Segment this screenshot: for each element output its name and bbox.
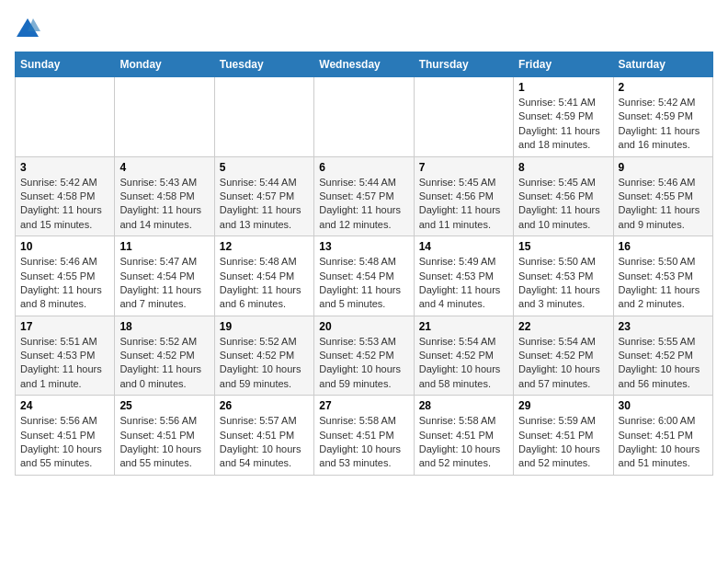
calendar-cell: 12Sunrise: 5:48 AMSunset: 4:54 PMDayligh… <box>214 236 313 316</box>
day-info: Sunrise: 5:45 AMSunset: 4:56 PMDaylight:… <box>518 176 608 233</box>
day-number: 14 <box>419 240 508 253</box>
calendar-cell: 22Sunrise: 5:54 AMSunset: 4:52 PMDayligh… <box>514 316 613 396</box>
day-number: 20 <box>319 320 408 333</box>
day-number: 1 <box>518 81 608 94</box>
day-number: 11 <box>119 240 209 253</box>
logo-icon <box>15 15 40 40</box>
calendar-cell: 24Sunrise: 5:56 AMSunset: 4:51 PMDayligh… <box>16 396 115 476</box>
day-number: 24 <box>20 399 109 412</box>
day-number: 5 <box>220 161 309 174</box>
calendar-cell <box>414 77 513 157</box>
calendar-week-1: 1Sunrise: 5:41 AMSunset: 4:59 PMDaylight… <box>16 77 713 157</box>
day-info: Sunrise: 5:46 AMSunset: 4:55 PMDaylight:… <box>20 255 109 312</box>
day-number: 15 <box>518 240 608 253</box>
day-info: Sunrise: 5:48 AMSunset: 4:54 PMDaylight:… <box>319 255 408 312</box>
day-info: Sunrise: 5:48 AMSunset: 4:54 PMDaylight:… <box>220 255 309 312</box>
calendar-cell <box>314 77 414 157</box>
calendar-cell: 15Sunrise: 5:50 AMSunset: 4:53 PMDayligh… <box>514 236 613 316</box>
day-number: 21 <box>419 320 508 333</box>
calendar-cell: 16Sunrise: 5:50 AMSunset: 4:53 PMDayligh… <box>613 236 712 316</box>
day-info: Sunrise: 5:58 AMSunset: 4:51 PMDaylight:… <box>319 414 408 471</box>
day-info: Sunrise: 5:56 AMSunset: 4:51 PMDaylight:… <box>20 414 109 471</box>
day-number: 6 <box>319 161 408 174</box>
page-header <box>15 15 713 40</box>
calendar-cell: 25Sunrise: 5:56 AMSunset: 4:51 PMDayligh… <box>115 396 214 476</box>
day-info: Sunrise: 5:57 AMSunset: 4:51 PMDaylight:… <box>220 414 309 471</box>
day-info: Sunrise: 5:50 AMSunset: 4:53 PMDaylight:… <box>518 255 608 312</box>
calendar-cell: 30Sunrise: 6:00 AMSunset: 4:51 PMDayligh… <box>613 396 712 476</box>
calendar-cell: 29Sunrise: 5:59 AMSunset: 4:51 PMDayligh… <box>514 396 613 476</box>
day-info: Sunrise: 5:51 AMSunset: 4:53 PMDaylight:… <box>20 335 109 392</box>
day-info: Sunrise: 5:55 AMSunset: 4:52 PMDaylight:… <box>619 335 708 392</box>
calendar-cell: 5Sunrise: 5:44 AMSunset: 4:57 PMDaylight… <box>214 156 313 236</box>
calendar-cell: 19Sunrise: 5:52 AMSunset: 4:52 PMDayligh… <box>214 316 313 396</box>
calendar-table: SundayMondayTuesdayWednesdayThursdayFrid… <box>15 52 713 476</box>
calendar-cell <box>214 77 313 157</box>
day-number: 8 <box>518 161 608 174</box>
calendar-cell: 9Sunrise: 5:46 AMSunset: 4:55 PMDaylight… <box>613 156 712 236</box>
day-info: Sunrise: 5:44 AMSunset: 4:57 PMDaylight:… <box>319 176 408 233</box>
calendar-cell: 26Sunrise: 5:57 AMSunset: 4:51 PMDayligh… <box>214 396 313 476</box>
day-info: Sunrise: 5:59 AMSunset: 4:51 PMDaylight:… <box>518 414 608 471</box>
day-info: Sunrise: 5:45 AMSunset: 4:56 PMDaylight:… <box>419 176 508 233</box>
calendar-week-4: 17Sunrise: 5:51 AMSunset: 4:53 PMDayligh… <box>16 316 713 396</box>
logo <box>15 15 44 40</box>
day-info: Sunrise: 6:00 AMSunset: 4:51 PMDaylight:… <box>619 414 708 471</box>
calendar-week-2: 3Sunrise: 5:42 AMSunset: 4:58 PMDaylight… <box>16 156 713 236</box>
day-info: Sunrise: 5:46 AMSunset: 4:55 PMDaylight:… <box>619 176 708 233</box>
calendar-cell: 3Sunrise: 5:42 AMSunset: 4:58 PMDaylight… <box>16 156 115 236</box>
weekday-header-tuesday: Tuesday <box>214 52 313 77</box>
calendar-cell: 21Sunrise: 5:54 AMSunset: 4:52 PMDayligh… <box>414 316 513 396</box>
calendar-cell: 14Sunrise: 5:49 AMSunset: 4:53 PMDayligh… <box>414 236 513 316</box>
calendar-cell: 23Sunrise: 5:55 AMSunset: 4:52 PMDayligh… <box>613 316 712 396</box>
day-number: 29 <box>518 399 608 412</box>
calendar-cell: 6Sunrise: 5:44 AMSunset: 4:57 PMDaylight… <box>314 156 414 236</box>
day-number: 3 <box>20 161 109 174</box>
weekday-header-saturday: Saturday <box>613 52 712 77</box>
day-info: Sunrise: 5:42 AMSunset: 4:59 PMDaylight:… <box>619 96 708 153</box>
calendar-cell <box>16 77 115 157</box>
day-info: Sunrise: 5:56 AMSunset: 4:51 PMDaylight:… <box>119 414 209 471</box>
day-number: 9 <box>619 161 708 174</box>
calendar-cell: 11Sunrise: 5:47 AMSunset: 4:54 PMDayligh… <box>115 236 214 316</box>
day-number: 27 <box>319 399 408 412</box>
weekday-header-friday: Friday <box>514 52 613 77</box>
day-info: Sunrise: 5:53 AMSunset: 4:52 PMDaylight:… <box>319 335 408 392</box>
day-number: 4 <box>119 161 209 174</box>
day-number: 25 <box>119 399 209 412</box>
day-number: 10 <box>20 240 109 253</box>
day-number: 30 <box>619 399 708 412</box>
day-number: 17 <box>20 320 109 333</box>
weekday-header-sunday: Sunday <box>16 52 115 77</box>
day-number: 19 <box>220 320 309 333</box>
day-number: 28 <box>419 399 508 412</box>
calendar-cell: 27Sunrise: 5:58 AMSunset: 4:51 PMDayligh… <box>314 396 414 476</box>
calendar-cell <box>115 77 214 157</box>
calendar-cell: 1Sunrise: 5:41 AMSunset: 4:59 PMDaylight… <box>514 77 613 157</box>
day-info: Sunrise: 5:52 AMSunset: 4:52 PMDaylight:… <box>119 335 209 392</box>
weekday-header-thursday: Thursday <box>414 52 513 77</box>
calendar-cell: 20Sunrise: 5:53 AMSunset: 4:52 PMDayligh… <box>314 316 414 396</box>
calendar-cell: 10Sunrise: 5:46 AMSunset: 4:55 PMDayligh… <box>16 236 115 316</box>
day-number: 2 <box>619 81 708 94</box>
day-number: 26 <box>220 399 309 412</box>
calendar-cell: 18Sunrise: 5:52 AMSunset: 4:52 PMDayligh… <box>115 316 214 396</box>
weekday-header-monday: Monday <box>115 52 214 77</box>
day-info: Sunrise: 5:43 AMSunset: 4:58 PMDaylight:… <box>119 176 209 233</box>
day-info: Sunrise: 5:52 AMSunset: 4:52 PMDaylight:… <box>220 335 309 392</box>
day-info: Sunrise: 5:49 AMSunset: 4:53 PMDaylight:… <box>419 255 508 312</box>
day-number: 16 <box>619 240 708 253</box>
day-info: Sunrise: 5:44 AMSunset: 4:57 PMDaylight:… <box>220 176 309 233</box>
calendar-cell: 28Sunrise: 5:58 AMSunset: 4:51 PMDayligh… <box>414 396 513 476</box>
calendar-cell: 7Sunrise: 5:45 AMSunset: 4:56 PMDaylight… <box>414 156 513 236</box>
day-number: 7 <box>419 161 508 174</box>
day-info: Sunrise: 5:50 AMSunset: 4:53 PMDaylight:… <box>619 255 708 312</box>
day-info: Sunrise: 5:47 AMSunset: 4:54 PMDaylight:… <box>119 255 209 312</box>
calendar-cell: 8Sunrise: 5:45 AMSunset: 4:56 PMDaylight… <box>514 156 613 236</box>
calendar-week-3: 10Sunrise: 5:46 AMSunset: 4:55 PMDayligh… <box>16 236 713 316</box>
day-number: 23 <box>619 320 708 333</box>
day-number: 13 <box>319 240 408 253</box>
day-info: Sunrise: 5:41 AMSunset: 4:59 PMDaylight:… <box>518 96 608 153</box>
day-info: Sunrise: 5:42 AMSunset: 4:58 PMDaylight:… <box>20 176 109 233</box>
day-number: 12 <box>220 240 309 253</box>
